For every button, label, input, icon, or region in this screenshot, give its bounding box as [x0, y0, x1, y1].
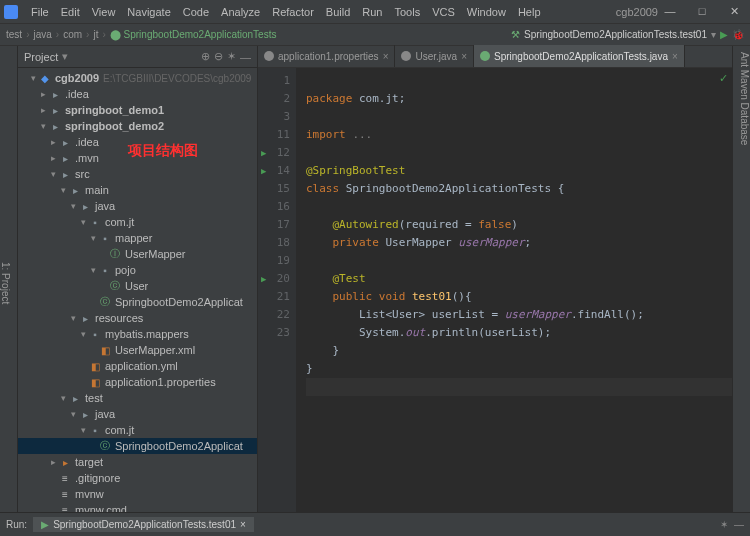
close-icon[interactable]: ×: [240, 519, 246, 530]
tree-item[interactable]: ⓒUser: [18, 278, 257, 294]
tree-item[interactable]: ▾◆cgb2009E:\TCGBIII\DEVCODES\cgb2009: [18, 70, 257, 86]
tree-label: springboot_demo2: [65, 120, 164, 132]
tree-item[interactable]: ▸▸target: [18, 454, 257, 470]
pkg-icon: ▪: [98, 233, 112, 244]
gear-icon[interactable]: ✶: [720, 519, 728, 530]
folder-icon: ▸: [58, 169, 72, 180]
tree-item[interactable]: ⓒSpringbootDemo2Applicat: [18, 438, 257, 454]
run-button[interactable]: ▶: [720, 29, 728, 40]
tree-item[interactable]: ▾▸main: [18, 182, 257, 198]
settings-icon[interactable]: ✶: [227, 50, 236, 63]
run-gutter-icon[interactable]: ▶: [261, 144, 266, 162]
tree-item[interactable]: ▸▸.idea: [18, 134, 257, 150]
editor-tab[interactable]: application1.properties×: [258, 45, 395, 67]
tree-item[interactable]: ⒾUserMapper: [18, 246, 257, 262]
tree-label: application.yml: [105, 360, 178, 372]
run-tab[interactable]: ▶ SpringbootDemo2ApplicationTests.test01…: [33, 517, 254, 532]
breadcrumb-item[interactable]: test: [6, 29, 22, 40]
main-menu: FileEditViewNavigateCodeAnalyzeRefactorB…: [26, 4, 604, 20]
java-icon: ⓒ: [98, 439, 112, 453]
tree-label: .idea: [75, 136, 99, 148]
breadcrumb-item[interactable]: com: [63, 29, 82, 40]
tree-item[interactable]: ◧UserMapper.xml: [18, 342, 257, 358]
collapse-icon[interactable]: ⊕: [201, 50, 210, 63]
folder-icon: ▸: [58, 153, 72, 164]
menu-view[interactable]: View: [87, 4, 121, 20]
hide-tool-icon[interactable]: —: [734, 519, 744, 530]
menu-tools[interactable]: Tools: [389, 4, 425, 20]
menu-code[interactable]: Code: [178, 4, 214, 20]
folder-icon: ▸: [68, 185, 82, 196]
menu-help[interactable]: Help: [513, 4, 546, 20]
tree-label: .mvn: [75, 152, 99, 164]
file-icon: ≡: [58, 473, 72, 484]
close-icon[interactable]: ×: [461, 51, 467, 62]
select-opened-icon[interactable]: ⊖: [214, 50, 223, 63]
tree-item[interactable]: ≡mvnw.cmd: [18, 502, 257, 512]
run-config-dropdown[interactable]: SpringbootDemo2ApplicationTests.test01: [524, 29, 707, 40]
maximize-button[interactable]: □: [690, 5, 714, 18]
menu-vcs[interactable]: VCS: [427, 4, 460, 20]
tree-item[interactable]: ▾▸src: [18, 166, 257, 182]
tree-item[interactable]: ▾▪pojo: [18, 262, 257, 278]
run-gutter-icon[interactable]: ▶: [261, 270, 266, 288]
tree-item[interactable]: ▾▸springboot_demo2: [18, 118, 257, 134]
tree-item[interactable]: ▾▸resources: [18, 310, 257, 326]
tree-item[interactable]: ▾▸java: [18, 198, 257, 214]
tree-label: springboot_demo1: [65, 104, 164, 116]
tree-label: com.jt: [105, 424, 134, 436]
file-icon: ≡: [58, 505, 72, 513]
run-gutter-icon[interactable]: ▶: [261, 162, 266, 180]
menu-window[interactable]: Window: [462, 4, 511, 20]
tree-item[interactable]: ▾▪mapper: [18, 230, 257, 246]
tree-label: mapper: [115, 232, 152, 244]
menu-analyze[interactable]: Analyze: [216, 4, 265, 20]
editor-tab[interactable]: User.java×: [395, 45, 474, 67]
tree-item[interactable]: ▸▸springboot_demo1: [18, 102, 257, 118]
close-icon[interactable]: ×: [672, 51, 678, 62]
editor-tab[interactable]: SpringbootDemo2ApplicationTests.java×: [474, 45, 685, 67]
right-tool-buttons[interactable]: Ant Maven Database: [732, 46, 750, 512]
pkg-icon: ▪: [88, 329, 102, 340]
dropdown-arrow-icon[interactable]: ▾: [711, 29, 716, 40]
tree-item[interactable]: ≡mvnw: [18, 486, 257, 502]
tree-item[interactable]: ⓒSpringbootDemo2Applicat: [18, 294, 257, 310]
tree-label: UserMapper.xml: [115, 344, 195, 356]
tree-item[interactable]: ≡.gitignore: [18, 470, 257, 486]
tree-label: java: [95, 408, 115, 420]
project-tool-button[interactable]: 1: Project: [0, 46, 18, 512]
menu-build[interactable]: Build: [321, 4, 355, 20]
menu-edit[interactable]: Edit: [56, 4, 85, 20]
tree-label: application1.properties: [105, 376, 216, 388]
close-icon[interactable]: ×: [383, 51, 389, 62]
folder-icon: ▸: [78, 201, 92, 212]
tree-item[interactable]: ▾▪com.jt: [18, 422, 257, 438]
tree-label: SpringbootDemo2Applicat: [115, 440, 243, 452]
close-button[interactable]: ✕: [722, 5, 746, 18]
menu-navigate[interactable]: Navigate: [122, 4, 175, 20]
tree-item[interactable]: ▾▪mybatis.mappers: [18, 326, 257, 342]
tree-label: mvnw.cmd: [75, 504, 127, 512]
breadcrumb-item[interactable]: ⬤ SpringbootDemo2ApplicationTests: [110, 29, 277, 40]
minimize-button[interactable]: —: [658, 5, 682, 18]
tree-item[interactable]: ▸▸.mvn: [18, 150, 257, 166]
menu-refactor[interactable]: Refactor: [267, 4, 319, 20]
breadcrumb-item[interactable]: jt: [93, 29, 98, 40]
tree-label: UserMapper: [125, 248, 186, 260]
tree-item[interactable]: ▾▸java: [18, 406, 257, 422]
tree-item[interactable]: ◧application.yml: [18, 358, 257, 374]
editor-tabs: application1.properties×User.java×Spring…: [258, 46, 732, 68]
menu-file[interactable]: File: [26, 4, 54, 20]
hide-icon[interactable]: —: [240, 51, 251, 63]
code-editor[interactable]: package com.jt; import ... @SpringBootTe…: [296, 68, 732, 512]
breadcrumb-item[interactable]: java: [33, 29, 51, 40]
build-icon[interactable]: ⚒: [511, 29, 520, 40]
tree-item[interactable]: ▾▸test: [18, 390, 257, 406]
tree-item[interactable]: ▸▸.idea: [18, 86, 257, 102]
tree-item[interactable]: ◧application1.properties: [18, 374, 257, 390]
menu-run[interactable]: Run: [357, 4, 387, 20]
tree-item[interactable]: ▾▪com.jt: [18, 214, 257, 230]
yml-icon: ◧: [88, 377, 102, 388]
debug-button[interactable]: 🐞: [732, 29, 744, 40]
folder-icon: ▸: [68, 393, 82, 404]
